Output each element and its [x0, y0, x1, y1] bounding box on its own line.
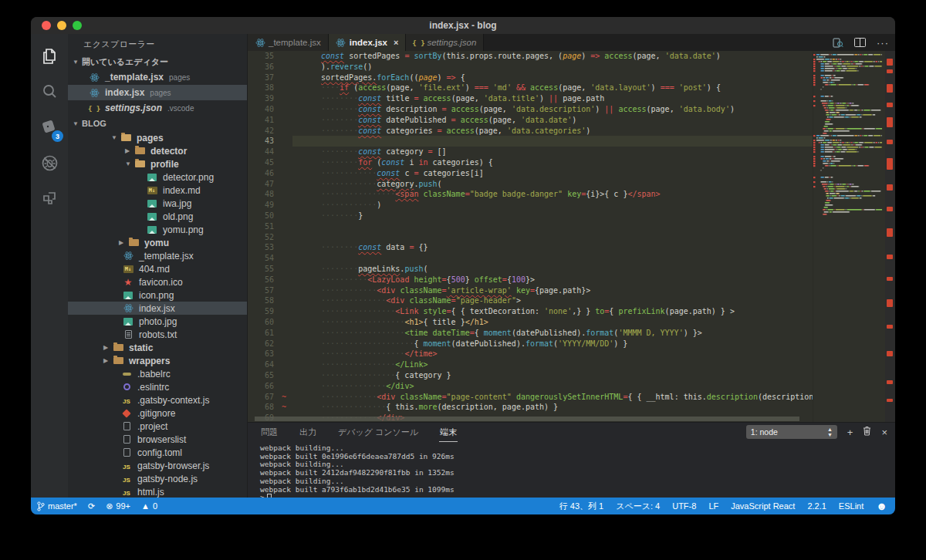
status-item-0[interactable]: 行 43、列 1	[559, 501, 603, 512]
code-line-61[interactable]: 61··················<time dateTime={ mom…	[248, 328, 813, 339]
tree-item-gatsby-node.js[interactable]: gatsby-node.js	[68, 472, 247, 485]
code-line-37[interactable]: 37sortedPages.forEach((page) => {	[248, 73, 813, 83]
code-line-67[interactable]: 67~············<div className="page-cont…	[248, 392, 813, 403]
activity-explorer-icon[interactable]	[31, 39, 68, 74]
code-line-46[interactable]: 46············const c = categories[i]	[248, 168, 813, 179]
tree-item-_template.jsx[interactable]: _template.jsx	[68, 249, 247, 262]
title-bar[interactable]: index.jsx - blog	[31, 17, 895, 34]
code-line-38[interactable]: 38····if (access(page, 'file.ext') === '…	[248, 83, 813, 93]
activity-search-icon[interactable]	[31, 74, 68, 110]
code-line-59[interactable]: 59················<Link style={ { textDe…	[248, 306, 813, 317]
tree-item-wrappers[interactable]: ▶wrappers	[68, 354, 247, 367]
code-line-47[interactable]: 47············category.push(	[248, 179, 813, 190]
tree-item-gatsby-browser.js[interactable]: gatsby-browser.js	[68, 459, 247, 472]
code-line-53[interactable]: 53········const data = {}	[248, 242, 813, 253]
code-line-41[interactable]: 41········const datePublished = access(p…	[248, 115, 813, 126]
overview-ruler[interactable]	[885, 51, 895, 422]
tree-item-browserslist[interactable]: browserslist	[68, 433, 247, 446]
status-item-6[interactable]: ESLint	[839, 501, 863, 511]
tree-item-detector.png[interactable]: detector.png	[68, 170, 247, 184]
feedback-smiley-icon[interactable]: ☻	[876, 501, 887, 511]
tree-item-.eslintrc[interactable]: .eslintrc	[68, 380, 247, 393]
horizontal-scrollbar[interactable]	[255, 417, 799, 421]
tree-item-icon.png[interactable]: icon.png	[68, 288, 247, 302]
tree-item-index.jsx[interactable]: index.jsx	[68, 302, 247, 315]
status-item-5[interactable]: 2.2.1	[807, 501, 826, 511]
activity-extensions-icon[interactable]	[31, 180, 68, 216]
tree-item-.project[interactable]: .project	[68, 420, 247, 433]
code-line-56[interactable]: 56··········<LazyLoad height={500} offse…	[248, 275, 813, 285]
tree-item-pages[interactable]: ▼pages	[68, 131, 247, 144]
code-line-48[interactable]: 48················<span className="badge…	[248, 189, 813, 200]
terminal-select[interactable]: 1: node ▲▼	[746, 425, 837, 439]
error-count[interactable]: ⊗ 99+	[106, 501, 130, 511]
code-line-64[interactable]: 64················</Link>	[248, 359, 813, 370]
panel-tab-問題[interactable]: 問題	[260, 423, 279, 442]
tree-item-html.js[interactable]: html.js	[68, 485, 247, 498]
status-item-1[interactable]: スペース: 4	[616, 501, 660, 512]
code-line-51[interactable]: 51	[248, 221, 813, 232]
code-line-60[interactable]: 60··················<h1>{ title }</h1>	[248, 317, 813, 328]
tree-item-profile[interactable]: ▼profile	[68, 157, 247, 170]
code-line-45[interactable]: 45········for (const i in categories) {	[248, 157, 813, 168]
open-editor-index.jsx[interactable]: index.jsxpages	[68, 85, 247, 100]
code-line-55[interactable]: 55········pageLinks.push(	[248, 264, 813, 275]
minimap[interactable]	[813, 51, 885, 422]
code-line-62[interactable]: 62····················{ moment(datePubli…	[248, 339, 813, 349]
open-editor-_template.jsx[interactable]: _template.jsxpages	[68, 69, 247, 85]
code-line-52[interactable]: 52	[248, 232, 813, 243]
code-line-49[interactable]: 49············)	[248, 200, 813, 211]
tree-item-index.md[interactable]: index.md	[68, 184, 247, 197]
code-line-66[interactable]: 66··············</div>	[248, 381, 813, 392]
open-preview-icon[interactable]	[833, 38, 843, 48]
terminal-output[interactable]: webpack building...webpack built 0e1996e…	[248, 443, 895, 498]
tree-item-favicon.ico[interactable]: favicon.ico	[68, 275, 247, 288]
code-line-68[interactable]: 68~··············{ this.more(description…	[248, 402, 813, 413]
code-line-54[interactable]: 54	[248, 253, 813, 264]
code-line-35[interactable]: 35const sortedPages = sortBy(this.props.…	[248, 51, 813, 62]
tab-settings.json[interactable]: settings.json	[406, 34, 484, 51]
split-editor-icon[interactable]	[854, 38, 866, 47]
kill-terminal-icon[interactable]	[863, 426, 871, 438]
code-line-43[interactable]: 43	[248, 136, 813, 147]
tab-index.jsx[interactable]: index.jsx×	[329, 34, 407, 51]
code-line-36[interactable]: 36).reverse()	[248, 62, 813, 73]
status-item-4[interactable]: JavaScript React	[731, 501, 795, 511]
tree-item-yomu[interactable]: ▶yomu	[68, 236, 247, 249]
tree-item-old.png[interactable]: old.png	[68, 210, 247, 223]
code-line-44[interactable]: 44········const category = []	[248, 147, 813, 157]
panel-tab-デバッグ コンソール[interactable]: デバッグ コンソール	[337, 423, 419, 442]
close-tab-icon[interactable]: ×	[394, 38, 398, 47]
status-item-3[interactable]: LF	[708, 501, 718, 511]
activity-source-control-icon[interactable]: 3	[31, 110, 68, 145]
more-actions-icon[interactable]: ···	[877, 37, 889, 49]
tree-item-.gatsby-context.js[interactable]: .gatsby-context.js	[68, 393, 247, 407]
open-editors-header[interactable]: ▼ 開いているエディター	[68, 54, 247, 69]
tree-item-static[interactable]: ▶static	[68, 341, 247, 354]
git-branch-indicator[interactable]: master*	[37, 501, 77, 511]
tree-item-.gitignore[interactable]: .gitignore	[68, 407, 247, 420]
project-section-header[interactable]: ▼ BLOG	[68, 116, 247, 131]
code-line-63[interactable]: 63··················</time>	[248, 349, 813, 359]
code-line-57[interactable]: 57············<div className='article-wr…	[248, 285, 813, 296]
tree-item-iwa.jpg[interactable]: iwa.jpg	[68, 197, 247, 210]
status-item-2[interactable]: UTF-8	[672, 501, 696, 511]
warning-count[interactable]: ▲ 0	[141, 501, 157, 511]
code-line-65[interactable]: 65················{ category }	[248, 370, 813, 381]
tree-item-robots.txt[interactable]: robots.txt	[68, 328, 247, 341]
activity-debug-off-icon[interactable]	[31, 145, 68, 180]
code-line-40[interactable]: 40········const description = access(pag…	[248, 104, 813, 115]
close-panel-button[interactable]: ×	[881, 427, 887, 438]
code-line-42[interactable]: 42········const categories = access(page…	[248, 126, 813, 137]
tree-item-.babelrc[interactable]: .babelrc	[68, 367, 247, 380]
panel-tab-出力[interactable]: 出力	[299, 423, 317, 442]
terminal-prompt[interactable]: >	[260, 494, 895, 498]
code-line-58[interactable]: 58··············<div className="page-hea…	[248, 295, 813, 306]
sync-button[interactable]: ⟳	[88, 501, 95, 511]
tree-item-detector[interactable]: ▶detector	[68, 144, 247, 157]
new-terminal-button[interactable]: +	[847, 427, 853, 438]
tree-item-config.toml[interactable]: config.toml	[68, 446, 247, 459]
panel-tab-端末[interactable]: 端末	[439, 423, 458, 442]
code-line-39[interactable]: 39········const title = access(page, 'da…	[248, 93, 813, 104]
tab-_template.jsx[interactable]: _template.jsx	[248, 34, 329, 51]
